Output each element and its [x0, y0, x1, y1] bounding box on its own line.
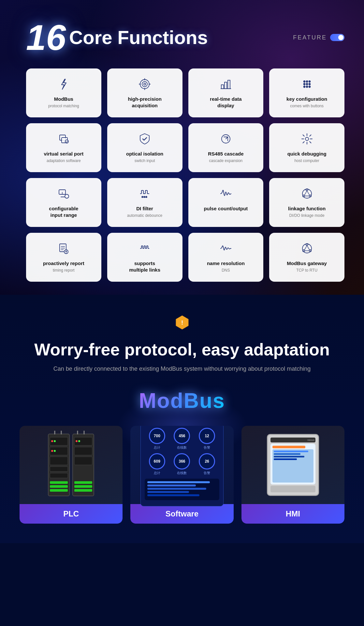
card-sub-virtual-serial: adaptation software — [47, 158, 81, 164]
svg-point-1 — [142, 82, 147, 87]
bar-chart-icon — [218, 76, 234, 92]
card-title-proactive: proactively report — [43, 260, 84, 267]
lightning-icon — [56, 76, 71, 92]
feature-card-proactive: proactively report timing report — [26, 233, 101, 282]
card-title-di-filter: DI filter — [136, 205, 153, 212]
svg-line-44 — [307, 191, 310, 195]
feature-card-dns: name resolution DNS — [188, 233, 264, 282]
card-title-linkage: linkage function — [288, 205, 326, 212]
svg-point-12 — [306, 81, 308, 82]
target-icon — [137, 76, 153, 92]
card-title-multi-links: supportsmultiple links — [129, 260, 160, 273]
card-title-optical: optical isolation — [126, 151, 163, 157]
sw-circle-2: 456 — [174, 428, 190, 444]
svg-point-94 — [78, 440, 80, 442]
circle-nodes-icon — [299, 186, 315, 201]
software-ui: 700 总计 456 在线数 12 告警 — [140, 426, 224, 506]
card-title-dns: name resolution — [207, 260, 245, 267]
sw-label-6: 告警 — [199, 471, 215, 475]
svg-rect-98 — [74, 481, 92, 484]
svg-point-89 — [54, 450, 56, 452]
sw-circle-4: 609 — [149, 453, 165, 470]
feature-card-modbus: ModBus protocol matching — [26, 68, 101, 117]
svg-point-38 — [144, 196, 145, 198]
card-title-virtual-serial: virtual serial port — [44, 151, 84, 157]
card-sub-modbus: protocol matching — [48, 104, 79, 109]
feature-toggle[interactable] — [330, 34, 344, 41]
features-grid: ModBus protocol matching high-precisiona… — [26, 68, 344, 282]
sw-bar-3 — [147, 488, 207, 490]
feature-card-optical: optical isolation switch input — [107, 123, 182, 172]
card-sub-modbus-gw: TCP to RTU — [296, 268, 317, 273]
card-sub-di-filter: automatic debounce — [127, 213, 162, 218]
pulse2-icon — [218, 241, 234, 256]
feature-card-rs485: RS485 cascade cascade expansion — [188, 123, 264, 172]
card-sub-linkage: DI/DO linkage mode — [289, 213, 325, 218]
feature-card-pulse: pulse count/output — [188, 178, 264, 227]
protocol-title: Worry-free protocol, easy adaptation — [20, 340, 344, 359]
card-sub-key-config: comes with buttons — [290, 104, 324, 109]
svg-line-45 — [304, 191, 307, 195]
svg-rect-100 — [74, 489, 92, 492]
svg-point-87 — [54, 440, 56, 442]
sliders-icon — [56, 186, 71, 201]
main-title: 16 Core Functions — [26, 20, 208, 55]
card-title-debug: quick debugging — [287, 151, 327, 157]
card-title-realtime: real-time datadisplay — [210, 96, 242, 109]
layers-icon — [56, 131, 71, 147]
circle-nodes2-icon — [299, 241, 315, 256]
svg-point-14 — [303, 83, 305, 85]
hex-icon: ! — [174, 314, 190, 331]
svg-line-70 — [307, 246, 310, 250]
feature-card-virtual-serial: virtual serial port adaptation software — [26, 123, 101, 172]
waveform-icon — [137, 186, 153, 201]
sw-bar-1 — [147, 481, 210, 483]
title-number: 16 — [26, 20, 66, 55]
svg-point-37 — [142, 196, 143, 198]
hmi-label: HMI — [241, 504, 344, 524]
protocol-section: ! Worry-free protocol, easy adaptation C… — [0, 295, 364, 543]
sw-label-3: 告警 — [199, 445, 215, 450]
sw-circle-6: 26 — [199, 453, 215, 470]
svg-line-71 — [304, 246, 307, 250]
svg-point-26 — [65, 194, 69, 198]
sw-label-4: 总计 — [149, 471, 165, 475]
device-card-software: 700 总计 456 在线数 12 告警 — [130, 426, 233, 524]
svg-point-86 — [51, 440, 53, 442]
software-label: Software — [130, 504, 233, 524]
sw-bar-2 — [147, 484, 196, 486]
svg-rect-8 — [225, 82, 227, 89]
shield-icon — [137, 131, 153, 147]
svg-point-19 — [309, 86, 310, 88]
svg-point-17 — [303, 86, 305, 88]
sw-label-5: 在线数 — [174, 471, 190, 475]
svg-point-11 — [303, 81, 305, 82]
card-title-configurable: configurableinput range — [49, 205, 78, 218]
card-title-rs485: RS485 cascade — [208, 151, 243, 157]
hero-section: 16 Core Functions FEATURE ModBus protoco… — [0, 0, 364, 295]
pulse-icon — [218, 186, 234, 201]
sw-metrics-row2: 609 总计 366 在线数 26 告警 — [145, 453, 220, 475]
feature-card-debug: quick debugging host computer — [269, 123, 344, 172]
card-sub-proactive: timing report — [53, 268, 75, 273]
waveform2-icon — [137, 241, 153, 256]
card-sub-debug: host computer — [295, 158, 319, 164]
svg-rect-99 — [74, 485, 92, 488]
svg-point-13 — [309, 81, 310, 82]
card-title-modbus-gw: ModBus gateway — [287, 260, 327, 267]
svg-rect-83 — [50, 457, 68, 465]
sw-bar-5 — [147, 494, 199, 496]
modbus-logo: ModBus — [139, 389, 225, 413]
svg-rect-95 — [50, 481, 68, 484]
card-sub-dns: DNS — [222, 268, 230, 273]
svg-point-88 — [51, 450, 53, 452]
svg-point-24 — [305, 137, 309, 141]
svg-rect-97 — [50, 489, 68, 492]
card-title-key-config: key configuration — [286, 96, 327, 102]
feature-label: FEATURE — [293, 34, 327, 41]
svg-rect-9 — [228, 80, 230, 89]
sw-event-list — [145, 479, 220, 500]
device-card-plc: PLC — [20, 426, 123, 524]
feature-card-high-precision: high-precisionacquisition — [107, 68, 182, 117]
card-title-pulse: pulse count/output — [204, 205, 248, 212]
